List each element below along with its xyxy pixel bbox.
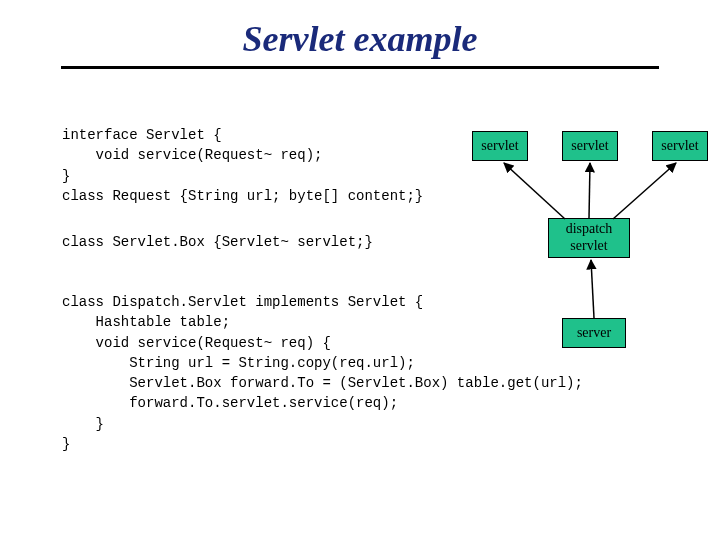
dispatch-servlet-box: dispatch servlet [548, 218, 630, 258]
svg-line-0 [504, 163, 565, 219]
server-box: server [562, 318, 626, 348]
servlet-box-2: servlet [562, 131, 618, 161]
arrows-overlay [0, 0, 720, 540]
servlet-box-1: servlet [472, 131, 528, 161]
code-block-interface: interface Servlet { void service(Request… [62, 125, 423, 206]
svg-line-3 [591, 260, 594, 318]
svg-line-1 [589, 163, 590, 218]
code-block-servletbox: class Servlet.Box {Servlet~ servlet;} [62, 232, 373, 252]
svg-line-2 [613, 163, 676, 219]
code-block-dispatch: class Dispatch.Servlet implements Servle… [62, 292, 583, 454]
title-underline [61, 66, 659, 69]
servlet-box-3: servlet [652, 131, 708, 161]
page-title: Servlet example [0, 18, 720, 60]
